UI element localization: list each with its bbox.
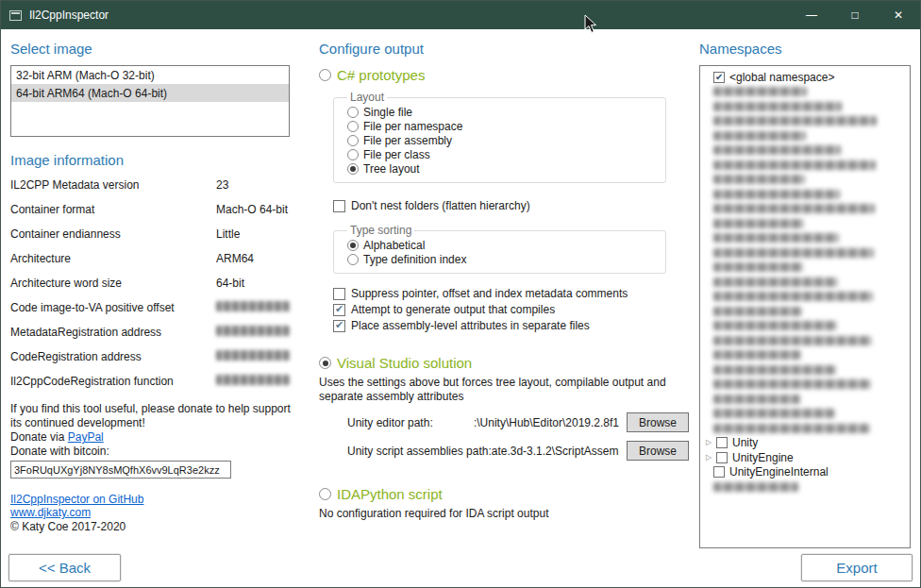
checkbox-suppress-comments[interactable]: Suppress pointer, offset and index metad…: [333, 287, 691, 300]
donate-via-prefix: Donate via: [10, 430, 68, 444]
sorting-option[interactable]: Alphabetical: [347, 238, 658, 252]
namespace-item[interactable]: [702, 158, 908, 173]
info-row: Il2CppCodeRegistration function: [10, 375, 293, 399]
layout-option[interactable]: Single file: [347, 105, 658, 119]
expander-icon[interactable]: ▷: [706, 454, 716, 462]
sorting-option[interactable]: Type definition index: [347, 252, 658, 266]
info-label: Container format: [10, 203, 216, 216]
close-button[interactable]: ✕: [877, 1, 920, 29]
github-link[interactable]: Il2CppInspector on GitHub: [10, 493, 143, 506]
namespace-item[interactable]: [702, 202, 908, 217]
namespace-item[interactable]: [702, 479, 908, 495]
namespace-item[interactable]: [702, 143, 908, 159]
namespace-item[interactable]: [702, 407, 908, 422]
namespace-item[interactable]: UnityEngineInternal: [702, 465, 908, 480]
select-image-title: Select image: [10, 41, 293, 57]
namespace-item[interactable]: [702, 173, 908, 188]
browse-assemblies-path-button[interactable]: Browse: [627, 441, 689, 461]
namespace-item[interactable]: [702, 245, 908, 260]
layout-option[interactable]: Tree layout: [347, 161, 658, 176]
radio-visual-studio-solution[interactable]: Visual Studio solution: [319, 355, 691, 371]
image-list[interactable]: 32-bit ARM (Mach-O 32-bit)64-bit ARM64 (…: [10, 65, 290, 137]
configure-output-panel: Configure output C# prototypes Layout Si…: [319, 41, 691, 521]
namespace-item[interactable]: [702, 114, 908, 129]
image-list-item[interactable]: 32-bit ARM (Mach-O 32-bit): [11, 66, 289, 84]
visual-studio-description: Uses the settings above but forces tree …: [319, 376, 678, 404]
radio-csharp-prototypes[interactable]: C# prototypes: [319, 67, 691, 83]
radio-label: Single file: [363, 106, 412, 119]
namespace-item[interactable]: [702, 187, 908, 202]
namespace-item[interactable]: [702, 260, 908, 276]
redacted-namespace: [713, 204, 875, 213]
info-label: IL2CPP Metadata version: [10, 178, 216, 192]
info-value-redacted: [216, 350, 290, 361]
browse-editor-path-button[interactable]: Browse: [627, 412, 689, 432]
namespace-checkbox[interactable]: [716, 452, 728, 463]
unity-editor-path-value[interactable]: :\Unity\Hub\Editor\2019.2.8f1: [433, 416, 619, 429]
info-value-redacted: [216, 301, 290, 311]
namespace-item[interactable]: [702, 378, 908, 393]
redacted-namespace: [713, 190, 840, 199]
checkbox-separate-attributes[interactable]: Place assembly-level attributes in separ…: [333, 319, 691, 332]
info-row: Architecture word size64-bit: [10, 277, 293, 301]
namespace-item[interactable]: ▷UnityEngine: [702, 450, 908, 465]
minimize-button[interactable]: —: [790, 1, 833, 29]
idapython-description: No configuration required for IDA script…: [319, 507, 691, 521]
redacted-namespace: [713, 409, 835, 418]
namespace-list[interactable]: <global namespace>▷Unity▷UnityEngineUnit…: [699, 65, 911, 548]
namespace-item[interactable]: [702, 362, 908, 378]
image-list-item[interactable]: 64-bit ARM64 (Mach-O 64-bit): [11, 84, 289, 102]
namespace-item[interactable]: <global namespace>: [702, 70, 908, 85]
namespace-item[interactable]: [702, 348, 908, 363]
layout-option[interactable]: File per assembly: [347, 133, 658, 147]
redacted-namespace: [713, 248, 874, 258]
back-button[interactable]: << Back: [8, 554, 121, 581]
radio-idapython-script[interactable]: IDAPython script: [319, 486, 691, 502]
image-info-title: Image information: [10, 152, 293, 168]
export-button[interactable]: Export: [801, 554, 913, 581]
image-info-table: IL2CPP Metadata version23Container forma…: [10, 178, 293, 399]
layout-option[interactable]: File per namespace: [347, 119, 658, 133]
namespace-item[interactable]: [702, 216, 908, 231]
bitcoin-address-input[interactable]: [10, 461, 231, 479]
select-image-panel: Select image 32-bit ARM (Mach-O 32-bit)6…: [10, 41, 293, 534]
namespace-item[interactable]: [702, 304, 908, 319]
namespace-checkbox[interactable]: [716, 437, 728, 448]
checkbox-generate-compiles[interactable]: Attempt to generate output that compiles: [333, 303, 691, 316]
maximize-button[interactable]: □: [833, 1, 877, 29]
checkbox-flatten-hierarchy[interactable]: Don't nest folders (flatten hierarchy): [333, 199, 691, 212]
namespace-item[interactable]: [702, 392, 908, 407]
info-row: Container endiannessLittle: [10, 227, 293, 252]
redacted-namespace: [713, 262, 803, 272]
namespace-item[interactable]: [702, 319, 908, 334]
layout-option[interactable]: File per class: [347, 147, 658, 161]
layout-group: Layout Single fileFile per namespaceFile…: [333, 91, 666, 183]
namespace-label: UnityEngineInternal: [729, 465, 829, 479]
namespace-item[interactable]: [702, 421, 908, 436]
info-value: Little: [216, 227, 240, 241]
type-sorting-group-label: Type sorting: [347, 224, 414, 237]
donate-via-line: Donate via PayPal: [10, 430, 293, 445]
redacted-namespace: [713, 102, 842, 111]
namespace-item[interactable]: [702, 128, 908, 143]
namespace-item[interactable]: [702, 290, 908, 305]
namespace-item[interactable]: [702, 85, 908, 100]
window-controls: — □ ✕: [790, 1, 920, 29]
info-label: Il2CppCodeRegistration function: [10, 375, 216, 388]
namespace-item[interactable]: [702, 333, 908, 348]
csharp-prototypes-label: C# prototypes: [337, 67, 425, 83]
namespace-label: <global namespace>: [729, 71, 834, 84]
namespace-item[interactable]: [702, 231, 908, 246]
redacted-namespace: [713, 379, 871, 389]
website-link[interactable]: www.djkaty.com: [10, 506, 91, 519]
radio-icon: [319, 69, 331, 81]
namespace-checkbox[interactable]: [713, 466, 725, 478]
namespace-checkbox[interactable]: [713, 72, 725, 83]
paypal-link[interactable]: PayPal: [68, 430, 104, 444]
redacted-namespace: [713, 395, 800, 404]
namespace-item[interactable]: [702, 99, 908, 114]
namespace-item[interactable]: [702, 275, 908, 290]
expander-icon[interactable]: ▷: [706, 439, 716, 446]
script-assemblies-path-value[interactable]: ate.3d-3.1.2\ScriptAssemblies: [492, 445, 619, 458]
namespace-item[interactable]: ▷Unity: [702, 436, 908, 451]
